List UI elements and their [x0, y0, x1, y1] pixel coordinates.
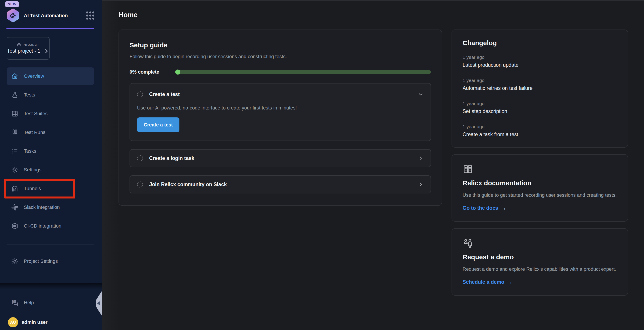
changelog-time: 1 year ago: [462, 101, 617, 106]
step-title: Create a test: [149, 91, 418, 97]
step-title: Join Relicx community on Slack: [149, 181, 418, 187]
changelog-title: Changelog: [462, 39, 617, 47]
cicd-hexagon-icon: [11, 222, 18, 230]
app-window: NEW AI Test Automation PROJECT: [0, 0, 644, 330]
chevron-right-icon: [44, 48, 49, 54]
documentation-description: Use this guide to get started recording …: [462, 190, 617, 200]
brand-underline: [6, 28, 94, 29]
sidebar-item-test-suites[interactable]: Test Suites: [6, 105, 94, 123]
sidebar-nav: Overview Tests Test Suites: [6, 67, 94, 235]
project-selector[interactable]: PROJECT Test project - 1: [6, 37, 50, 60]
schedule-demo-link[interactable]: Schedule a demo →: [462, 279, 617, 286]
app-logo-icon: [6, 8, 20, 22]
step-title: Create a login task: [149, 155, 418, 161]
gear-icon: [11, 258, 18, 265]
sidebar-item-label: Tasks: [24, 148, 36, 154]
request-demo-title: Request a demo: [462, 253, 617, 261]
footer-shade: [0, 283, 102, 289]
sidebar-item-label: Tunnels: [24, 186, 41, 191]
people-icon: [462, 238, 473, 248]
step-create-login-task[interactable]: Create a login task: [130, 149, 431, 167]
sidebar-divider: [6, 245, 94, 245]
sidebar-item-label: Overview: [24, 73, 44, 79]
request-demo-description: Request a demo and explore Relicx's capa…: [462, 264, 617, 274]
step-description: Use our AI-powered, no-code interface to…: [137, 105, 424, 111]
app-title: AI Test Automation: [24, 12, 86, 18]
chevron-right-icon: [418, 181, 424, 187]
sidebar-item-label: Tests: [24, 92, 35, 98]
help-label: Help: [24, 300, 34, 306]
changelog-entry: 1 year ago Set step description: [462, 101, 617, 114]
link-label: Go to the docs: [462, 205, 498, 211]
help-chat-icon: ?: [11, 299, 18, 307]
setup-guide-title: Setup guide: [130, 41, 431, 49]
flask-icon: [11, 91, 18, 99]
sidebar-item-overview[interactable]: Overview: [6, 67, 94, 85]
request-demo-card: Request a demo Request a demo and explor…: [452, 228, 628, 296]
progress-indicator: [175, 70, 180, 75]
sidebar-item-label: CI-CD integration: [24, 223, 61, 229]
changelog-card: Changelog 1 year ago Latest production u…: [452, 29, 628, 148]
tunnel-icon: [11, 185, 18, 192]
documentation-card: Relicx documentation Use this guide to g…: [452, 154, 628, 222]
changelog-entry: 1 year ago Create a task from a test: [462, 124, 617, 138]
sidebar-item-settings[interactable]: Settings: [6, 161, 94, 179]
changelog-entry: 1 year ago Latest production update: [462, 55, 617, 68]
sidebar-item-project-settings[interactable]: Project Settings: [6, 252, 94, 270]
test-runs-icon: [11, 129, 18, 136]
avatar: AU: [8, 317, 18, 327]
project-name: Test project - 1: [7, 48, 40, 54]
cube-icon: [17, 43, 21, 47]
app-grid-icon[interactable]: [86, 11, 94, 20]
setup-progress: 0% complete: [130, 69, 431, 75]
project-label: PROJECT: [23, 43, 39, 46]
sidebar-item-tasks[interactable]: Tasks: [6, 142, 94, 160]
arrow-right-icon: →: [501, 205, 506, 211]
changelog-time: 1 year ago: [462, 55, 617, 60]
step-join-slack-community[interactable]: Join Relicx community on Slack: [130, 175, 431, 193]
changelog-entry-title: Create a task from a test: [462, 132, 617, 138]
home-icon: [11, 72, 18, 80]
changelog-time: 1 year ago: [462, 124, 617, 129]
page-title: Home: [118, 11, 628, 19]
changelog-entry-title: Set step description: [462, 108, 617, 114]
changelog-entry-title: Latest production update: [462, 62, 617, 68]
right-column: Changelog 1 year ago Latest production u…: [452, 29, 628, 296]
sidebar-item-label: Test Runs: [24, 130, 46, 135]
task-list-icon: [11, 147, 18, 155]
go-to-docs-link[interactable]: Go to the docs →: [462, 205, 617, 211]
sidebar-item-label: Test Suites: [24, 111, 48, 117]
setup-guide-card: Setup guide Follow this guide to begin r…: [118, 29, 442, 206]
chevron-down-icon: [418, 91, 424, 97]
new-badge: NEW: [5, 1, 19, 7]
step-create-a-test[interactable]: Create a test Use our AI-powered, no-cod…: [130, 83, 431, 141]
book-icon: [462, 164, 473, 174]
sidebar-footer: ? Help AU admin user: [0, 283, 102, 330]
slack-icon: [11, 203, 18, 211]
link-label: Schedule a demo: [462, 279, 504, 285]
step-status-icon: [137, 181, 143, 187]
documentation-title: Relicx documentation: [462, 179, 617, 187]
step-status-icon: [137, 91, 143, 97]
chevron-right-icon: [418, 155, 424, 161]
changelog-entry: 1 year ago Automatic retries on test fai…: [462, 78, 617, 91]
user-name: admin user: [22, 320, 48, 325]
step-status-icon: [137, 155, 143, 161]
gear-icon: [11, 166, 18, 173]
brand-row: AI Test Automation: [6, 8, 94, 22]
progress-bar: [176, 70, 431, 74]
setup-guide-subtitle: Follow this guide to begin recording use…: [130, 54, 431, 59]
sidebar: NEW AI Test Automation PROJECT: [0, 0, 102, 330]
help-button[interactable]: ? Help: [6, 296, 94, 310]
changelog-time: 1 year ago: [462, 78, 617, 83]
sidebar-item-tests[interactable]: Tests: [6, 86, 94, 104]
sidebar-item-label: Settings: [24, 167, 42, 173]
user-menu[interactable]: AU admin user: [6, 317, 94, 327]
create-a-test-button[interactable]: Create a test: [137, 117, 180, 132]
arrow-right-icon: →: [507, 279, 513, 286]
sidebar-item-tunnels[interactable]: Tunnels: [6, 180, 94, 197]
sidebar-item-test-runs[interactable]: Test Runs: [6, 124, 94, 141]
sidebar-item-slack-integration[interactable]: Slack integration: [6, 198, 94, 216]
sidebar-item-cicd-integration[interactable]: CI-CD integration: [6, 217, 94, 235]
progress-label: 0% complete: [130, 69, 176, 75]
